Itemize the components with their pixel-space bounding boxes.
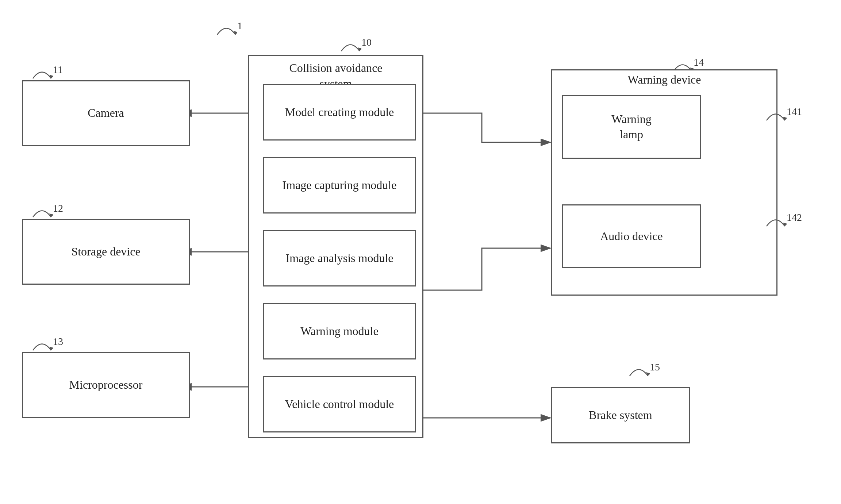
storage-box: Storage device bbox=[22, 219, 190, 285]
microprocessor-ref-bracket bbox=[31, 334, 53, 352]
camera-box: Camera bbox=[22, 80, 190, 146]
microprocessor-box: Microprocessor bbox=[22, 352, 190, 418]
microprocessor-ref: 13 bbox=[53, 336, 63, 347]
warning-lamp-box: Warninglamp bbox=[562, 95, 701, 159]
warning-device-ref: 14 bbox=[694, 57, 704, 68]
main-ref: 1 bbox=[237, 20, 242, 32]
brake-system-box: Brake system bbox=[551, 387, 690, 443]
image-capturing-box: Image capturing module bbox=[263, 157, 416, 213]
audio-device-box: Audio device bbox=[562, 204, 701, 268]
storage-ref-bracket bbox=[31, 201, 53, 219]
vehicle-control-box: Vehicle control module bbox=[263, 376, 416, 432]
brake-system-ref-bracket bbox=[628, 359, 650, 378]
diagram: 1 10 Collision avoidancesystem 11 Camera… bbox=[0, 0, 841, 504]
camera-ref: 11 bbox=[53, 64, 63, 76]
image-analysis-box: Image analysis module bbox=[263, 230, 416, 286]
brake-system-ref: 15 bbox=[650, 361, 660, 373]
system-ref: 10 bbox=[361, 36, 372, 48]
audio-device-ref-bracket bbox=[765, 210, 787, 228]
main-ref-bracket bbox=[215, 18, 237, 36]
camera-ref-bracket bbox=[31, 62, 53, 80]
warning-device-label: Warning device bbox=[555, 73, 774, 86]
warning-lamp-ref-bracket bbox=[765, 104, 787, 122]
storage-ref: 12 bbox=[53, 203, 63, 214]
warning-lamp-ref: 141 bbox=[787, 106, 802, 118]
audio-device-ref: 142 bbox=[787, 212, 802, 223]
system-ref-bracket bbox=[339, 35, 361, 53]
warning-module-box: Warning module bbox=[263, 303, 416, 359]
model-creating-box: Model creating module bbox=[263, 84, 416, 141]
